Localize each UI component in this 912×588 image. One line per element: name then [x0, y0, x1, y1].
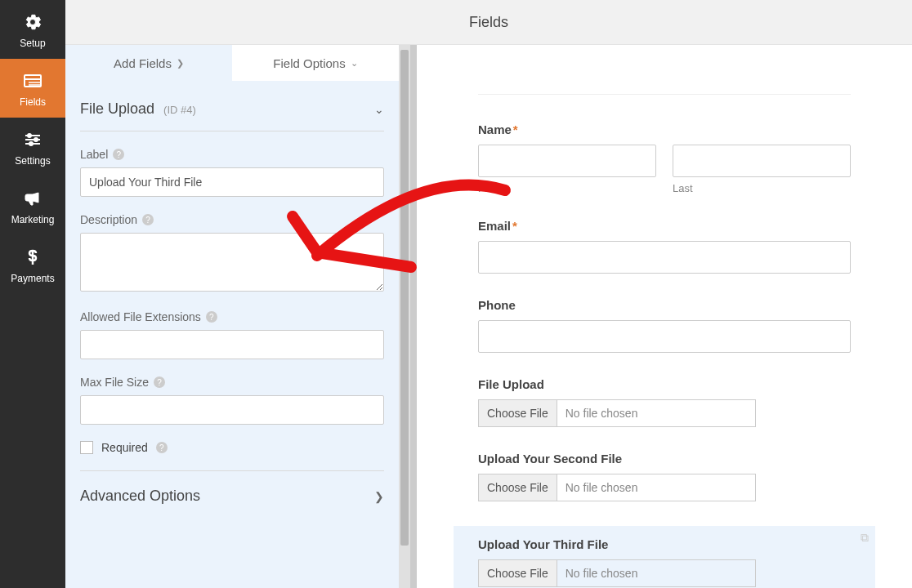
sidebar-item-marketing[interactable]: Marketing: [0, 176, 65, 235]
field-label: File Upload: [478, 377, 851, 391]
form-icon: [22, 70, 43, 91]
sidebar-item-settings[interactable]: Settings: [0, 118, 65, 176]
page-title: Fields: [469, 14, 508, 31]
sidebar-label: Payments: [11, 273, 54, 284]
preview-file-upload-1[interactable]: File Upload Choose File No file chosen: [478, 377, 851, 427]
sliders-icon: [22, 129, 43, 150]
required-asterisk: *: [512, 219, 517, 233]
file-status-text: No file chosen: [557, 474, 755, 501]
required-label: Required: [101, 441, 148, 454]
chevron-right-icon: ❯: [374, 490, 384, 503]
file-status-text: No file chosen: [557, 400, 755, 426]
last-name-input[interactable]: [673, 145, 851, 177]
preview-file-upload-2[interactable]: Upload Your Second File Choose File No f…: [478, 452, 851, 501]
help-icon[interactable]: ?: [156, 442, 168, 453]
file-status-text: No file chosen: [557, 560, 755, 586]
svg-point-9: [29, 142, 33, 145]
divider: [478, 94, 851, 95]
field-label: Upload Your Third File: [478, 537, 851, 551]
choose-file-button[interactable]: Choose File: [479, 560, 557, 586]
allowed-ext-input[interactable]: [80, 330, 384, 359]
tab-label: Field Options: [273, 56, 345, 70]
bullhorn-icon: [22, 188, 43, 209]
editor-panel: Add Fields ❯ Field Options ⌄ File Upload: [65, 45, 417, 588]
phone-input[interactable]: [478, 320, 851, 353]
section-title: File Upload (ID #4): [80, 100, 196, 118]
svg-point-5: [28, 134, 31, 137]
tab-label: Add Fields: [114, 56, 172, 70]
help-icon[interactable]: ?: [154, 376, 165, 388]
required-asterisk: *: [513, 122, 518, 136]
sidebar-item-setup[interactable]: Setup: [0, 0, 65, 59]
choose-file-button[interactable]: Choose File: [479, 474, 557, 501]
sidebar-item-payments[interactable]: Payments: [0, 235, 65, 294]
first-name-input[interactable]: [478, 145, 656, 177]
main-sidebar: Setup Fields Settings Marketing Payments: [0, 0, 65, 588]
form-preview: Name* First Last: [417, 45, 912, 588]
sidebar-item-fields[interactable]: Fields: [0, 59, 65, 118]
label-text: Label ?: [80, 148, 384, 161]
required-row: Required ?: [80, 441, 384, 454]
sublabel-first: First: [478, 182, 656, 194]
tab-add-fields[interactable]: Add Fields ❯: [65, 45, 232, 81]
name-columns: First Last: [478, 145, 851, 194]
field-label: Name*: [478, 122, 851, 136]
description-input[interactable]: [80, 233, 384, 292]
preview-file-upload-3-selected[interactable]: ⧉ Upload Your Third File Choose File No …: [454, 526, 875, 588]
field-id: (ID #4): [163, 104, 196, 116]
gear-icon: [22, 11, 43, 33]
field-options-section: File Upload (ID #4) ⌄ Label ?: [65, 81, 399, 521]
sidebar-label: Fields: [20, 96, 46, 108]
preview-phone-field[interactable]: Phone: [478, 298, 851, 353]
preview-email-field[interactable]: Email*: [478, 219, 851, 274]
field-label: Phone: [478, 298, 851, 312]
required-checkbox[interactable]: [80, 441, 93, 454]
max-size-label: Max File Size ?: [80, 376, 384, 389]
editor-scroll[interactable]: Add Fields ❯ Field Options ⌄ File Upload: [65, 45, 399, 588]
sublabel-last: Last: [673, 182, 851, 194]
editor-tabs: Add Fields ❯ Field Options ⌄: [65, 45, 399, 81]
allowed-ext-label: Allowed File Extensions ?: [80, 310, 384, 323]
svg-point-7: [34, 138, 38, 141]
email-input[interactable]: [478, 241, 851, 274]
scrollbar[interactable]: [399, 45, 410, 588]
field-label: Email*: [478, 219, 851, 233]
duplicate-icon[interactable]: ⧉: [861, 531, 869, 545]
allowed-ext-row: Allowed File Extensions ?: [80, 310, 384, 359]
sidebar-label: Setup: [20, 38, 45, 49]
chevron-down-icon: ⌄: [374, 103, 384, 116]
app-root: Setup Fields Settings Marketing Payments…: [0, 0, 912, 588]
scrollbar-thumb[interactable]: [400, 50, 409, 546]
label-row: Label ?: [80, 148, 384, 197]
help-icon[interactable]: ?: [206, 311, 217, 323]
advanced-options-header[interactable]: Advanced Options ❯: [80, 470, 384, 513]
topbar: Fields: [65, 0, 912, 45]
max-size-row: Max File Size ?: [80, 376, 384, 425]
file-input[interactable]: Choose File No file chosen: [478, 559, 756, 587]
description-row: Description ?: [80, 213, 384, 294]
main-panel: Fields Add Fields ❯ Field Options ⌄: [65, 0, 912, 588]
content-row: Add Fields ❯ Field Options ⌄ File Upload: [65, 45, 912, 588]
label-input[interactable]: [80, 167, 384, 197]
help-icon[interactable]: ?: [142, 214, 154, 225]
description-label: Description ?: [80, 213, 384, 226]
preview-name-field[interactable]: Name* First Last: [478, 122, 851, 194]
choose-file-button[interactable]: Choose File: [479, 400, 557, 426]
section-header[interactable]: File Upload (ID #4) ⌄: [80, 100, 384, 131]
chevron-down-icon: ⌄: [351, 58, 358, 69]
dollar-icon: [22, 247, 43, 268]
file-input[interactable]: Choose File No file chosen: [478, 399, 756, 427]
help-icon[interactable]: ?: [113, 149, 124, 160]
file-input[interactable]: Choose File No file chosen: [478, 474, 756, 501]
field-label: Upload Your Second File: [478, 452, 851, 466]
sidebar-label: Settings: [15, 155, 50, 167]
max-size-input[interactable]: [80, 395, 384, 425]
tab-field-options[interactable]: Field Options ⌄: [232, 45, 399, 81]
sidebar-label: Marketing: [11, 214, 55, 225]
advanced-title: Advanced Options: [80, 488, 200, 505]
chevron-right-icon: ❯: [177, 58, 184, 69]
